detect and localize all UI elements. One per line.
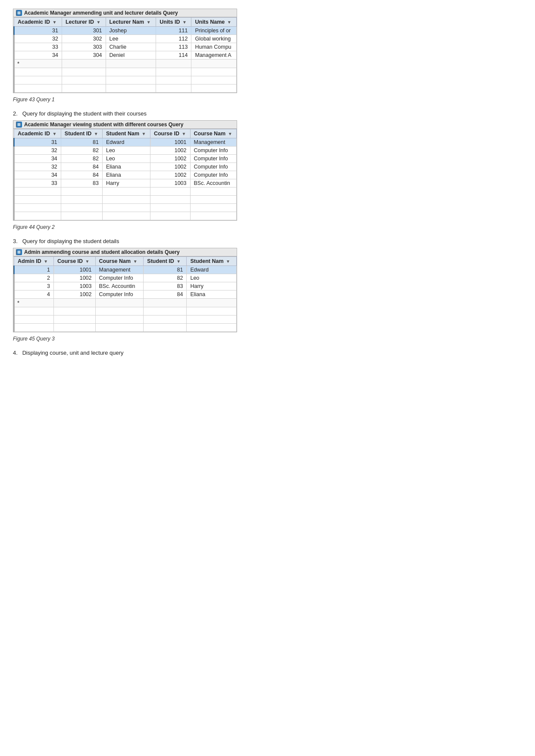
col-arrow: ▼ <box>96 20 100 25</box>
query3-figure-label: Figure 45 Query 3 <box>13 336 522 342</box>
table-row-empty <box>14 307 237 316</box>
query1-section: ⊞ Academic Manager ammending unit and le… <box>13 9 522 103</box>
table-cell: 34 <box>14 155 61 163</box>
table-row-empty <box>14 84 237 93</box>
table-cell: 4 <box>14 291 54 299</box>
table-row[interactable]: 3482Leo1002Computer Info <box>14 155 237 163</box>
table-cell: Computer Info <box>95 274 144 282</box>
table-row[interactable]: 31003BSc. Accountin83Harry <box>14 282 237 291</box>
table-cell: 111 <box>156 27 191 35</box>
query1-table-wrapper: ⊞ Academic Manager ammending unit and le… <box>13 9 237 93</box>
db-icon-1: ⊞ <box>16 10 22 16</box>
table-cell: 1001 <box>150 138 190 147</box>
table-cell: Computer Info <box>190 155 236 163</box>
query1-figure-label: Figure 43 Query 1 <box>13 97 522 103</box>
query3-col-student-id[interactable]: Student ID ▼ <box>144 257 187 266</box>
table-cell: Leo <box>187 274 237 282</box>
table-cell: 304 <box>62 51 106 59</box>
db-icon-2: ⊞ <box>16 122 22 128</box>
table-cell: 3 <box>14 282 54 291</box>
query4-section: 4. Displaying course, unit and lecture q… <box>13 350 522 356</box>
query2-section: 2. Query for displaying the student with… <box>13 110 522 230</box>
table-row[interactable]: 21002Computer Info82Leo <box>14 274 237 282</box>
table-row[interactable]: 3181Edward1001Management <box>14 138 237 147</box>
query1-header-row: Academic ID ▼ Lecturer ID ▼ Lecturer Nam… <box>14 18 237 27</box>
table-row[interactable]: 32302Lee112Global working <box>14 35 237 43</box>
db-icon-3: ⊞ <box>16 249 22 255</box>
table-cell: Principles of or <box>191 27 237 35</box>
table-row-empty <box>14 204 237 212</box>
table-row[interactable]: 11001Management81Edward <box>14 266 237 274</box>
query3-table-wrapper: ⊞ Admin ammending course and student all… <box>13 248 237 332</box>
col-arrow: ▼ <box>182 20 187 25</box>
query1-title-bar: ⊞ Academic Manager ammending unit and le… <box>13 9 237 17</box>
table-cell: BSc. Accountin <box>190 179 236 187</box>
table-cell: Computer Info <box>95 291 144 299</box>
table-cell: Leo <box>102 155 150 163</box>
table-cell: Eliana <box>102 171 150 179</box>
query1-table: Academic ID ▼ Lecturer ID ▼ Lecturer Nam… <box>13 17 237 93</box>
query3-col-course-name[interactable]: Course Nam ▼ <box>95 257 144 266</box>
query1-col-units-name[interactable]: Units Name ▼ <box>191 18 237 27</box>
table-cell: 84 <box>61 171 102 179</box>
query1-tbody: 31301Joshep111Principles of or32302Lee11… <box>14 27 237 93</box>
query2-tbody: 3181Edward1001Management3282Leo1002Compu… <box>14 138 237 220</box>
query2-col-course-id[interactable]: Course ID ▼ <box>150 129 190 138</box>
query3-table: Admin ID ▼ Course ID ▼ Course Nam ▼ Stud… <box>13 256 237 332</box>
query2-title: Academic Manager viewing student with di… <box>24 122 183 128</box>
query1-col-academic-id[interactable]: Academic ID ▼ <box>14 18 62 27</box>
query3-col-admin-id[interactable]: Admin ID ▼ <box>14 257 54 266</box>
table-row[interactable]: 3383Harry1003BSc. Accountin <box>14 179 237 187</box>
table-cell: 1002 <box>150 155 190 163</box>
table-row[interactable]: 3282Leo1002Computer Info <box>14 147 237 155</box>
query3-title-bar: ⊞ Admin ammending course and student all… <box>13 248 237 256</box>
table-cell: 84 <box>61 163 102 171</box>
table-cell: 33 <box>14 43 62 51</box>
table-row[interactable]: 3284Eliana1002Computer Info <box>14 163 237 171</box>
table-cell: 82 <box>61 147 102 155</box>
table-cell: 83 <box>61 179 102 187</box>
new-record-row[interactable]: * <box>14 59 237 68</box>
table-cell: 32 <box>14 147 61 155</box>
table-cell: Harry <box>187 282 237 291</box>
table-row[interactable]: 3484Eliana1002Computer Info <box>14 171 237 179</box>
query2-col-course-name[interactable]: Course Nam ▼ <box>190 129 236 138</box>
table-cell: 303 <box>62 43 106 51</box>
table-cell: Management A <box>191 51 237 59</box>
table-cell: 1002 <box>150 147 190 155</box>
table-row-empty <box>14 212 237 220</box>
query3-section: 3. Query for displaying the student deta… <box>13 238 522 342</box>
query2-col-student-name[interactable]: Student Nam ▼ <box>102 129 150 138</box>
table-cell: Human Compu <box>191 43 237 51</box>
table-cell: 32 <box>14 163 61 171</box>
query3-col-course-id[interactable]: Course ID ▼ <box>54 257 95 266</box>
query2-col-academic-id[interactable]: Academic ID ▼ <box>14 129 61 138</box>
query2-table: Academic ID ▼ Student ID ▼ Student Nam ▼… <box>13 129 237 220</box>
table-row[interactable]: 33303Charlie113Human Compu <box>14 43 237 51</box>
query2-figure-label: Figure 44 Query 2 <box>13 224 522 230</box>
new-record-row[interactable]: * <box>14 299 237 307</box>
table-cell: Harry <box>102 179 150 187</box>
table-row[interactable]: 41002Computer Info84Eliana <box>14 291 237 299</box>
query2-thead: Academic ID ▼ Student ID ▼ Student Nam ▼… <box>14 129 237 138</box>
table-row[interactable]: 34304Deniel114Management A <box>14 51 237 59</box>
table-cell: 1002 <box>54 291 95 299</box>
query1-title: Academic Manager ammending unit and lect… <box>24 10 178 16</box>
table-cell: 301 <box>62 27 106 35</box>
table-cell: 33 <box>14 179 61 187</box>
query3-heading: 3. Query for displaying the student deta… <box>13 238 522 244</box>
query2-col-student-id[interactable]: Student ID ▼ <box>61 129 102 138</box>
query3-col-student-name[interactable]: Student Nam ▼ <box>187 257 237 266</box>
col-arrow: ▼ <box>227 20 232 25</box>
table-cell: 81 <box>61 138 102 147</box>
query1-thead: Academic ID ▼ Lecturer ID ▼ Lecturer Nam… <box>14 18 237 27</box>
query1-col-lecturer-name[interactable]: Lecturer Nam ▼ <box>106 18 156 27</box>
table-cell: 84 <box>144 291 187 299</box>
query2-title-bar: ⊞ Academic Manager viewing student with … <box>13 121 237 129</box>
table-cell: 31 <box>14 27 62 35</box>
table-row[interactable]: 31301Joshep111Principles of or <box>14 27 237 35</box>
query1-col-units-id[interactable]: Units ID ▼ <box>156 18 191 27</box>
table-cell: Computer Info <box>190 147 236 155</box>
query1-col-lecturer-id[interactable]: Lecturer ID ▼ <box>62 18 106 27</box>
table-cell: Lee <box>106 35 156 43</box>
